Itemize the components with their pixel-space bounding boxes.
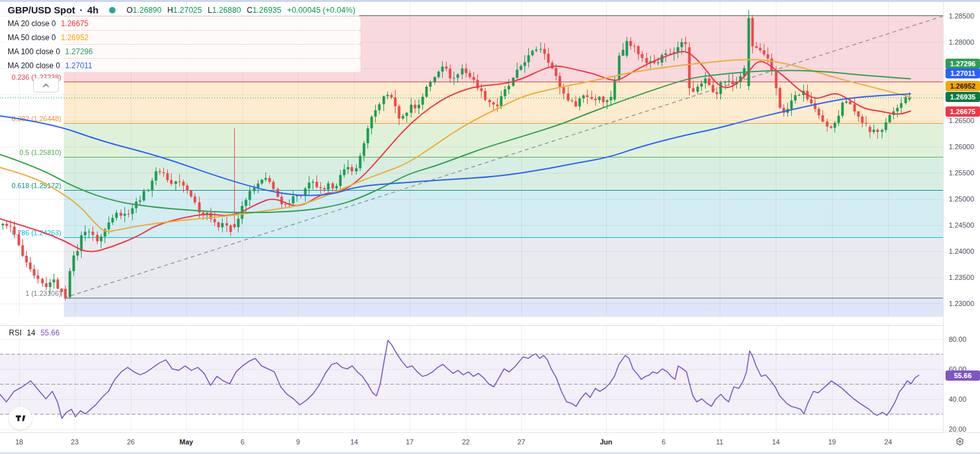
legend-collapse-button[interactable] [33,78,59,92]
rsi-period: 14 [27,328,35,337]
time-tick-label: Jun [600,438,612,446]
price-badge: 1.26952 [946,81,980,91]
axis-tick-label: 1.25000 [949,195,974,203]
time-tick-label: 24 [884,438,892,446]
ohlc-values: O1.26890 H1.27025 L1.26880 C1.26935 +0.0… [126,6,355,15]
rsi-legend-row[interactable]: RSI 14 55.66 [6,328,64,338]
time-tick-label: 17 [406,438,413,446]
axis-tick-label: 1.28500 [949,12,974,20]
time-tick-label: 14 [350,438,358,446]
top-accent-strip [0,0,980,2]
axis-tick-label: 1.23000 [949,300,974,307]
price-badge: 1.27296 [946,59,980,69]
price-badge: 1.26675 [946,106,980,117]
legend-row-ma50[interactable]: MA 50 close 0 1.26952 [5,31,360,44]
axis-tick-label: 40.00 [949,395,967,403]
time-tick-label: 23 [71,438,78,446]
price-badge: 1.26935 [946,92,980,102]
ma20-value: 1.26675 [61,19,88,28]
chart-legend: GBP/USD Spot · 4h O1.26890 H1.27025 L1.2… [5,4,360,73]
ma50-value: 1.26952 [61,33,88,42]
symbol-title-row[interactable]: GBP/USD Spot · 4h O1.26890 H1.27025 L1.2… [5,4,360,16]
legend-row-ma200[interactable]: MA 200 close 0 1.27011 [5,59,360,72]
axis-tick-label: 1.28000 [949,38,974,46]
legend-row-ma20[interactable]: MA 20 close 0 1.26675 [5,17,360,30]
axis-tick-label: 1.26500 [949,117,974,124]
axis-tick-label: 1.23500 [949,274,974,281]
legend-row-ma100[interactable]: MA 100 close 0 1.27296 [5,45,360,58]
ma200-value: 1.27011 [65,61,93,70]
axis-tick-label: 1.25500 [949,169,974,177]
axis-tick-label: 1.24000 [949,247,974,255]
market-status-dot-icon[interactable] [109,7,115,13]
price-axis[interactable]: 1.285001.280001.265001.260001.255001.250… [943,0,980,432]
title-separator: · [80,4,83,15]
chevron-up-icon [43,84,49,87]
time-tick-label: 14 [772,438,780,446]
time-tick-label: 18 [15,438,23,446]
tradingview-chart-widget: GBP/USD Spot · 4h O1.26890 H1.27025 L1.2… [0,0,980,454]
time-tick-label: 19 [828,438,836,446]
axis-tick-label: 80.00 [949,335,967,343]
tradingview-logo[interactable] [9,407,32,430]
rsi-value: 55.66 [40,328,59,337]
axis-tick-label: 1.26000 [949,143,974,150]
time-tick-label: 6 [241,438,244,446]
axis-tick-label: 20.00 [949,425,967,433]
rsi-badge: 55.66 [946,370,980,381]
price-badge: 1.27011 [946,68,980,78]
axis-tick-label: 1.24500 [949,221,974,229]
time-tick-label: 27 [517,438,525,446]
tradingview-logo-icon [15,413,26,424]
time-tick-label: 9 [296,438,300,446]
time-tick-label: 22 [462,438,470,446]
time-tick-label: May [179,438,193,446]
symbol-name: GBP/USD Spot [8,4,75,15]
pane-divider[interactable] [0,325,980,326]
rsi-name: RSI [9,328,22,337]
scale-settings-icon[interactable] [953,435,966,448]
interval-label[interactable]: 4h [87,4,99,15]
time-axis[interactable]: 182326May6914172227Jun611141924 [0,432,980,454]
time-tick-label: 11 [716,438,723,446]
time-tick-label: 26 [127,438,135,446]
price-change: +0.00045 (+0.04%) [287,6,355,15]
ma100-value: 1.27296 [65,47,93,56]
time-tick-label: 6 [662,438,665,446]
